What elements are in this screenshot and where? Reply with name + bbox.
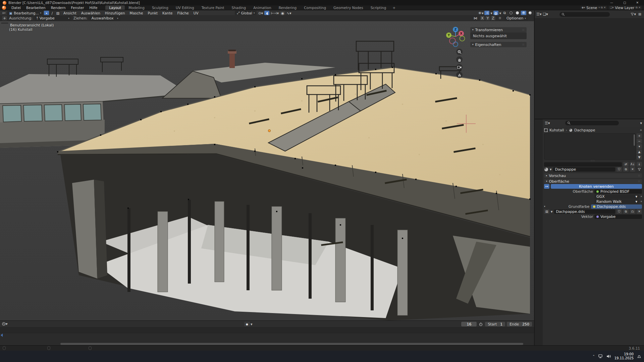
properties-search-input[interactable] [565, 121, 619, 125]
proportional-editing-toggle[interactable]: ◉ [280, 11, 285, 15]
properties-panel-header[interactable]: ▾Eigenschaften∷ [470, 42, 527, 47]
image-unlink-icon[interactable]: ✕ [637, 209, 642, 214]
distribution-dropdown[interactable]: GGX▾ [594, 194, 639, 199]
workspace-tab-animation[interactable]: Animation [250, 5, 275, 10]
sort-order-icon[interactable]: ↓ [637, 162, 642, 167]
snap-target-dropdown[interactable]: ⊢⊣▾ [271, 11, 279, 15]
workspace-tab-sculpting[interactable]: Sculpting [148, 5, 172, 10]
pin-icon[interactable]: ⌖ [640, 128, 642, 132]
minimize-button[interactable]: — [610, 1, 613, 4]
options-dropdown[interactable]: Optionen▾ [504, 16, 528, 20]
gizmos-toggle[interactable]: ⤨ [484, 11, 489, 15]
visibility-dropdown[interactable]: 👁▾ [478, 11, 484, 15]
timeline-scrollbar[interactable] [0, 343, 534, 345]
transform-panel-header[interactable]: ▾Transformieren∷ [470, 27, 527, 33]
surface-panel-header[interactable]: ▾Oberfläche∷ [544, 179, 642, 184]
close-button[interactable]: ✕ [636, 1, 639, 4]
material-specials-funnel[interactable] [637, 167, 642, 172]
slot-move-up-button[interactable]: ▲ [637, 149, 642, 154]
menu-bearbeiten[interactable]: Bearbeiten [23, 6, 48, 10]
ziehen-dropdown[interactable]: Auswahlbox▾ [90, 16, 120, 20]
properties-options-chevron[interactable]: ▾ [640, 121, 642, 125]
viewport-menu-punkt[interactable]: Punkt [145, 11, 160, 15]
shading-rendered-button[interactable] [527, 11, 533, 15]
start-frame-field[interactable]: Start1 [485, 322, 505, 326]
surface-shader-field[interactable]: Principled BSDF [594, 189, 642, 194]
shading-wireframe-button[interactable] [508, 11, 514, 15]
snap-base-icon[interactable]: ⌑ [497, 16, 502, 20]
workspace-tab-texture-paint[interactable]: Texture Paint [198, 5, 228, 10]
timeline-track[interactable] [0, 333, 534, 343]
new-collection-icon[interactable]: ⊞ [637, 12, 642, 16]
duplicate-datablock-icon[interactable]: ⧉ [623, 167, 629, 172]
viewport-menu-uv[interactable]: UV [191, 11, 201, 15]
workspace-tab-rendering[interactable]: Rendering [275, 5, 301, 10]
ausrichtung-dropdown[interactable]: ⤒Vorgabe▾ [35, 16, 71, 20]
menu-fenster[interactable]: Fenster [68, 6, 87, 10]
image-fake-user-icon[interactable]: ⛉ [616, 209, 622, 214]
viewport-menu-hinzufügen[interactable]: Hinzufügen [103, 11, 127, 15]
network-icon[interactable] [598, 354, 603, 358]
viewport-canvas[interactable] [0, 10, 534, 320]
open-image-folder-icon[interactable]: 🗀 [630, 209, 635, 214]
zoom-icon[interactable] [456, 49, 463, 55]
maximize-button[interactable]: ▢ [623, 1, 626, 4]
workspace-tab-modeling[interactable]: Modeling [125, 5, 148, 10]
scene-selector[interactable]: ◆▾Scene⌖ ⧉ ✕ [580, 6, 607, 10]
workspace-tab-geometry-nodes[interactable]: Geometry Nodes [330, 5, 367, 10]
workspace-tab-scripting[interactable]: Scripting [367, 5, 390, 10]
subsurface-method-dropdown[interactable]: Random Walk▾ [594, 199, 639, 204]
slot-move-down-button[interactable]: ▼ [637, 155, 642, 160]
vertex-select-button[interactable]: ∙ [44, 11, 49, 15]
image-duplicate-icon[interactable]: ⧉ [623, 209, 629, 214]
notification-bell-icon[interactable] [637, 354, 641, 359]
blender-menu-icon[interactable] [2, 6, 6, 10]
use-nodes-button[interactable]: Knoten verwenden [551, 184, 642, 189]
end-frame-field[interactable]: Ende250 [507, 322, 532, 326]
viewport-menu-masche[interactable]: Masche [127, 11, 146, 15]
viewport-menu-ansicht[interactable]: Ansicht [61, 11, 79, 15]
camera-view-icon[interactable] [456, 64, 463, 70]
breadcrumb-material[interactable]: Dachpappe [574, 128, 595, 132]
image-name-field[interactable]: Dachpappe.dds [554, 209, 615, 214]
fake-user-shield-icon[interactable]: ⛉ [616, 167, 622, 172]
taskbar-clock[interactable]: 19:00 19.11.2025 [614, 352, 634, 360]
viewport-menu-flache[interactable]: Fläche [175, 11, 191, 15]
timeline-ruler[interactable] [0, 327, 534, 333]
sort-alpha-icon[interactable]: A↓ [630, 162, 635, 167]
timeline-editor-icon[interactable]: ▾ [2, 322, 8, 326]
overlays-toggle[interactable]: ◍ [493, 11, 498, 15]
view-layer-selector[interactable]: ❏▾View Layer⧉ ✕ [608, 6, 642, 10]
base-color-field[interactable]: Dachpappe.dds [591, 204, 642, 209]
menu-rendern[interactable]: Rendern [48, 6, 68, 10]
properties-display-icon[interactable]: ☰▾ [545, 121, 550, 125]
ortho-grid-icon[interactable] [456, 72, 463, 78]
filter-invert-icon[interactable]: ⇄ [623, 162, 629, 167]
3d-viewport[interactable]: ⌗▾ ▣Bearbeitung...▾ ∙ ∕ ▨ AnsichtAuswähl… [0, 10, 534, 320]
list-resize-grip[interactable]: ∷∷ [544, 160, 642, 162]
shading-solid-button[interactable] [515, 11, 520, 15]
auto-key-button[interactable]: ● [244, 322, 250, 326]
add-workspace-button[interactable]: + [390, 5, 398, 10]
active-tool-icon[interactable]: + [2, 16, 7, 20]
mirror-z-button[interactable]: Z [491, 16, 495, 20]
pan-hand-icon[interactable] [456, 56, 463, 63]
slot-specials-dropdown[interactable]: ▾ [637, 144, 642, 149]
mirror-x-button[interactable]: X [480, 16, 485, 20]
preview-panel-header[interactable]: ▸Vorschau∷ [544, 173, 642, 178]
viewport-menu-kante[interactable]: Kante [160, 11, 175, 15]
outliner-search-input[interactable] [559, 12, 610, 17]
navigation-gizmo[interactable]: Z X Y [445, 26, 466, 47]
outliner-filter-type-icon[interactable]: ❏▾ [543, 12, 548, 16]
mode-dropdown[interactable]: ▣Bearbeitung...▾ [7, 11, 43, 15]
remove-slot-button[interactable]: − [637, 139, 642, 143]
falloff-dropdown[interactable]: ∿▾ [286, 11, 291, 15]
workspace-tab-uv-editing[interactable]: UV Editing [172, 5, 198, 10]
material-slot-list[interactable] [544, 133, 636, 160]
face-select-button[interactable]: ▨ [55, 11, 60, 15]
current-frame-field[interactable]: 16 [461, 322, 477, 326]
vector-field[interactable]: Vorgabe [594, 215, 642, 219]
editor-type-icon[interactable]: ⌗▾ [1, 11, 6, 15]
auto-key-dropdown[interactable]: ▾ [251, 322, 253, 326]
snapping-toggle[interactable]: ◖ [264, 11, 269, 15]
